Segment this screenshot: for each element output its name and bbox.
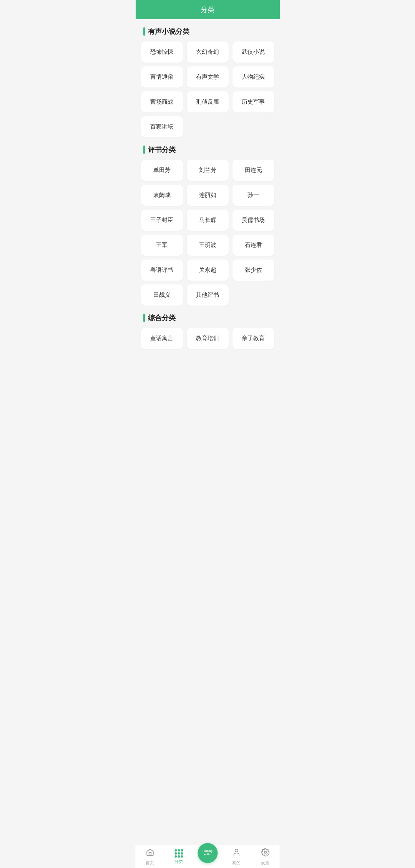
nav-item-player[interactable]: HaiTing ▶ .Fm	[193, 851, 222, 863]
tag-item-audiobooks-9[interactable]: 百家讲坛	[141, 116, 183, 137]
tag-item-audiobooks-6[interactable]: 官场商战	[141, 91, 183, 112]
home-icon	[146, 848, 154, 859]
header: 分类	[136, 0, 280, 19]
tag-item-storytelling-10[interactable]: 王玥波	[187, 235, 229, 256]
nav-label-home: 首页	[146, 860, 154, 866]
tag-item-audiobooks-3[interactable]: 言情通俗	[141, 66, 183, 88]
bottom-nav: 首页 分类 HaiTing ▶ .Fm 我的	[136, 845, 280, 868]
person-icon	[232, 848, 241, 859]
categories-icon	[174, 849, 183, 858]
tag-item-storytelling-2[interactable]: 田连元	[232, 160, 274, 181]
tags-grid-storytelling: 单田芳刘兰芳田连元袁阔成连丽如孙一王子封臣马长辉昊儒书场王军王玥波石连君粤语评书…	[141, 160, 274, 306]
section-title-comprehensive: 综合分类	[141, 313, 274, 322]
tag-item-storytelling-13[interactable]: 关永超	[187, 260, 229, 281]
tag-item-storytelling-7[interactable]: 马长辉	[187, 210, 229, 231]
tags-grid-audiobooks: 恐怖惊悚玄幻奇幻武侠小说言情通俗有声文学人物纪实官场商战刑侦反腐历史军事百家讲坛	[141, 41, 274, 137]
tag-item-comprehensive-0[interactable]: 童话寓言	[141, 328, 183, 349]
tag-item-storytelling-4[interactable]: 连丽如	[187, 185, 229, 206]
nav-label-settings: 设置	[261, 860, 269, 866]
svg-point-0	[235, 849, 237, 851]
brand-logo: HaiTing ▶ .Fm	[203, 850, 212, 856]
section-title-audiobooks: 有声小说分类	[141, 27, 274, 36]
header-title: 分类	[201, 5, 214, 14]
tag-item-audiobooks-0[interactable]: 恐怖惊悚	[141, 41, 183, 63]
tag-item-storytelling-11[interactable]: 石连君	[232, 235, 274, 256]
tag-item-comprehensive-2[interactable]: 亲子教育	[232, 328, 274, 349]
tag-item-storytelling-16[interactable]: 其他评书	[187, 284, 229, 306]
nav-item-mine[interactable]: 我的	[222, 848, 251, 866]
tag-item-storytelling-12[interactable]: 粤语评书	[141, 260, 183, 281]
tag-item-storytelling-9[interactable]: 王军	[141, 235, 183, 256]
tag-item-storytelling-14[interactable]: 张少佐	[232, 260, 274, 281]
nav-item-categories[interactable]: 分类	[164, 849, 193, 865]
tag-item-storytelling-8[interactable]: 昊儒书场	[232, 210, 274, 231]
tags-grid-comprehensive: 童话寓言教育培训亲子教育	[141, 328, 274, 349]
tag-item-storytelling-0[interactable]: 单田芳	[141, 160, 183, 181]
tag-item-storytelling-6[interactable]: 王子封臣	[141, 210, 183, 231]
section-audiobooks: 有声小说分类恐怖惊悚玄幻奇幻武侠小说言情通俗有声文学人物纪实官场商战刑侦反腐历史…	[141, 27, 274, 137]
svg-point-1	[264, 851, 266, 853]
content: 有声小说分类恐怖惊悚玄幻奇幻武侠小说言情通俗有声文学人物纪实官场商战刑侦反腐历史…	[136, 27, 280, 349]
tag-item-audiobooks-8[interactable]: 历史军事	[232, 91, 274, 112]
tag-item-storytelling-3[interactable]: 袁阔成	[141, 185, 183, 206]
tag-item-audiobooks-4[interactable]: 有声文学	[187, 66, 229, 88]
tag-item-audiobooks-7[interactable]: 刑侦反腐	[187, 91, 229, 112]
tag-item-comprehensive-1[interactable]: 教育培训	[187, 328, 229, 349]
tag-item-storytelling-5[interactable]: 孙一	[232, 185, 274, 206]
tag-item-storytelling-15[interactable]: 田战义	[141, 284, 183, 306]
nav-item-settings[interactable]: 设置	[251, 848, 280, 866]
section-storytelling: 评书分类单田芳刘兰芳田连元袁阔成连丽如孙一王子封臣马长辉昊儒书场王军王玥波石连君…	[141, 145, 274, 306]
section-comprehensive: 综合分类童话寓言教育培训亲子教育	[141, 313, 274, 349]
tag-item-audiobooks-2[interactable]: 武侠小说	[232, 41, 274, 63]
nav-label-mine: 我的	[232, 860, 241, 866]
nav-item-home[interactable]: 首页	[136, 848, 164, 866]
gear-icon	[261, 848, 269, 859]
tag-item-storytelling-1[interactable]: 刘兰芳	[187, 160, 229, 181]
tag-item-audiobooks-5[interactable]: 人物纪实	[232, 66, 274, 88]
section-title-storytelling: 评书分类	[141, 145, 274, 154]
tag-item-audiobooks-1[interactable]: 玄幻奇幻	[187, 41, 229, 63]
player-button[interactable]: HaiTing ▶ .Fm	[198, 843, 217, 863]
nav-label-categories: 分类	[174, 859, 183, 865]
